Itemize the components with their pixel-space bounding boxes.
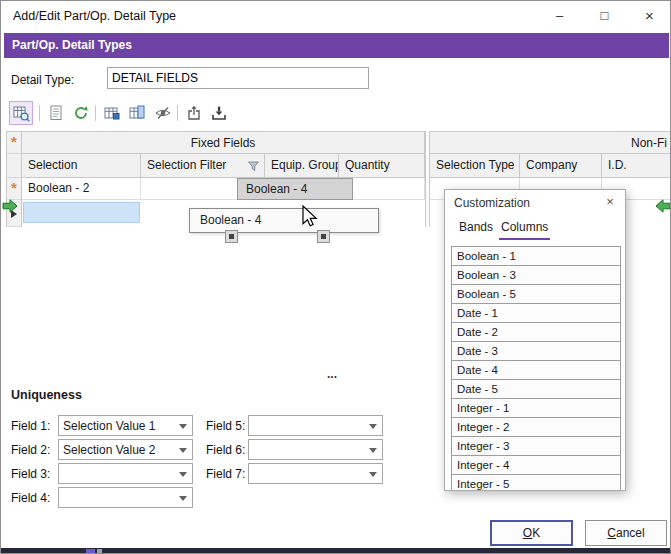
column-header-selection-type[interactable]: Selection Type [430,154,520,178]
mouse-cursor-icon [299,205,321,229]
hide-field-icon[interactable] [151,101,175,125]
column-header-selection-filter[interactable]: Selection Filter [141,154,265,178]
list-item[interactable]: Date - 3 [451,341,621,361]
customization-close-icon[interactable]: × [602,194,618,209]
list-item[interactable]: Date - 1 [451,303,621,323]
grid-magnifier-icon [13,105,30,122]
customization-grid-icon[interactable] [9,101,33,125]
field2-label: Field 2: [11,443,50,457]
window-title: Add/Edit Part/Op. Detail Type [13,1,176,31]
field1-label: Field 1: [11,419,50,433]
detail-type-label: Detail Type: [11,73,74,87]
toolbar-separator [177,105,178,121]
list-item[interactable]: Integer - 4 [451,455,621,475]
list-item[interactable]: Integer - 1 [451,398,621,418]
section-banner: Part/Op. Detail Types [4,33,669,58]
field2-value: Selection Value 2 [63,442,156,458]
drag-handle-dot [229,234,234,239]
list-item[interactable]: Boolean - 1 [451,246,621,266]
field3-combo[interactable] [58,463,193,484]
field1-combo[interactable]: Selection Value 1 [58,415,193,436]
new-item-indicator: * [11,179,17,196]
column-header-id[interactable]: I.D. [602,154,671,178]
taskbar-sliver [1,548,671,554]
column-drag-preview[interactable]: Boolean - 4 [189,208,379,233]
download-icon [211,105,227,121]
detail-type-input[interactable] [107,67,369,89]
dropdown-arrow-icon [369,424,377,429]
tab-bands[interactable]: Bands [457,217,495,240]
print-preview-icon[interactable] [44,101,68,125]
list-item[interactable]: Date - 2 [451,322,621,342]
dropdown-arrow-icon [369,448,377,453]
new-item-indicator: * [11,133,17,150]
cell-selection-row1[interactable]: Boolean - 2 [22,178,141,200]
column-header-company[interactable]: Company [520,154,602,178]
ok-button-label: OK [523,526,540,540]
field6-combo[interactable] [248,439,383,460]
field4-combo[interactable] [58,487,193,508]
dropdown-arrow-icon [179,424,187,429]
hidden-columns-list: Boolean - 1 Boolean - 3 Boolean - 5 Date… [451,246,621,491]
ok-button[interactable]: OK [490,520,573,546]
cancel-button-label: Cancel [607,526,644,540]
dropdown-arrow-icon [369,472,377,477]
share-up-icon [186,105,202,121]
list-item[interactable]: Integer - 3 [451,436,621,456]
taskbar-icon-fragment [86,549,95,554]
drop-marker-left-icon [2,198,18,214]
field7-label: Field 7: [206,467,245,481]
tab-columns[interactable]: Columns [499,217,550,240]
grid-column-icon [129,105,145,121]
grid-band-icon [104,105,120,121]
drag-handle-right [317,230,330,243]
taskbar-icon-fragment [97,549,102,554]
list-item[interactable]: Integer - 5 [451,474,621,491]
add-band-icon[interactable] [100,101,124,125]
focused-cell-row2[interactable] [23,202,140,223]
uniqueness-title: Uniqueness [11,388,82,402]
list-item[interactable]: Date - 5 [451,379,621,399]
field5-combo[interactable] [248,415,383,436]
import-icon[interactable] [207,101,231,125]
minimize-button[interactable]: – [537,1,582,31]
toolbar-separator [95,105,96,121]
eye-slash-icon [155,105,171,121]
band-row-indicator: * [6,131,22,154]
drop-marker-right-icon [655,198,671,214]
export-icon[interactable] [182,101,206,125]
column-header-selection[interactable]: Selection [22,154,141,178]
row1-indicator: * [6,178,22,200]
field4-label: Field 4: [11,491,50,505]
list-item[interactable]: Boolean - 5 [451,284,621,304]
dropdown-arrow-icon [179,496,187,501]
dropdown-arrow-icon [179,448,187,453]
resize-ellipsis: ... [327,367,337,381]
field7-combo[interactable] [248,463,383,484]
field5-label: Field 5: [206,419,245,433]
drag-handle-left [225,230,238,243]
column-header-equip-group[interactable]: Equip. Group [265,154,339,178]
document-icon [48,105,64,121]
refresh-arrow-icon [73,105,89,121]
column-header-quantity[interactable]: Quantity [339,154,425,178]
list-item[interactable]: Date - 4 [451,360,621,380]
cancel-button[interactable]: Cancel [585,520,667,546]
band-header-fixed-fields[interactable]: Fixed Fields [22,131,425,154]
titlebar: Add/Edit Part/Op. Detail Type – □ × [1,1,671,31]
add-column-icon[interactable] [125,101,149,125]
list-item[interactable]: Integer - 2 [451,417,621,437]
filter-icon[interactable] [248,161,259,172]
list-item[interactable]: Boolean - 3 [451,265,621,285]
field2-combo[interactable]: Selection Value 2 [58,439,193,460]
drag-handle-dot [321,234,326,239]
close-button[interactable]: × [627,1,671,31]
dialog-window: Add/Edit Part/Op. Detail Type – □ × Part… [0,0,671,554]
band-header-nonfixed-fields[interactable]: Non-Fi [430,131,671,154]
dragged-column-cell[interactable]: Boolean - 4 [237,178,353,200]
customization-title: Customization [454,196,530,210]
refresh-icon[interactable] [69,101,93,125]
dropdown-arrow-icon [179,472,187,477]
toolbar-separator [39,105,40,121]
maximize-button[interactable]: □ [582,1,627,31]
